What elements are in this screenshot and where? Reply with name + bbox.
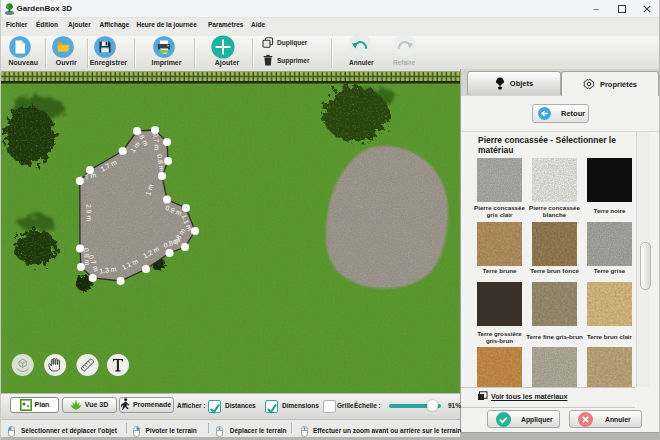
svg-text:2.9 m: 2.9 m [85,204,93,222]
